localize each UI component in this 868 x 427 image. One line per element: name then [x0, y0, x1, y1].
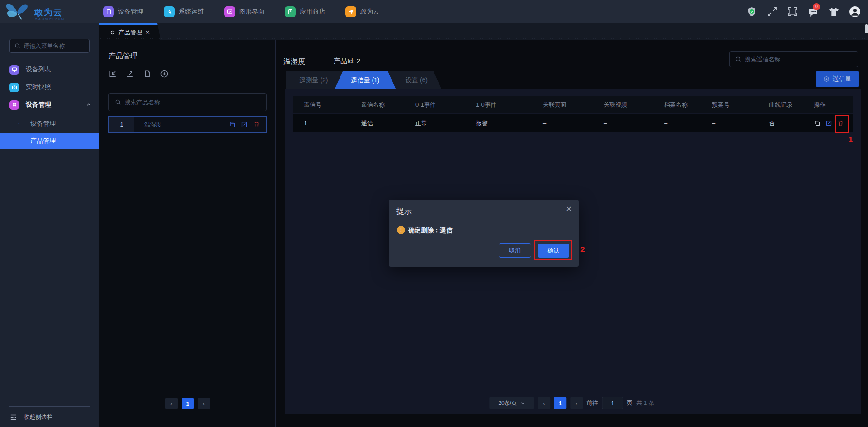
device-mgmt-icon	[103, 6, 114, 17]
product-list-item[interactable]: 1 温湿度	[108, 116, 267, 133]
nav-label: 图形界面	[239, 8, 264, 16]
prev-page-button[interactable]: ‹	[165, 398, 178, 409]
page-size-select[interactable]: 20条/页	[489, 397, 534, 409]
dialog-message: 确定删除：遥信	[408, 226, 453, 235]
nav-item-graphics[interactable]: 图形界面	[224, 0, 264, 23]
system-ops-icon	[164, 6, 175, 17]
sidebar-item-label: 设备管理	[26, 101, 51, 109]
logo-title: 敢为云	[34, 7, 63, 19]
tab-settings[interactable]: 设置 (6)	[392, 71, 441, 89]
menu-search-input[interactable]	[24, 42, 82, 49]
nav-item-ganweiyun[interactable]: 敢为云	[345, 0, 379, 23]
product-search-input[interactable]	[125, 99, 251, 106]
nav-item-device-mgmt[interactable]: 设备管理	[103, 0, 143, 23]
copy-document-icon[interactable]	[143, 70, 151, 78]
dialog-close-icon[interactable]: ✕	[566, 205, 572, 213]
table-pagination: 20条/页 ‹ 1 › 前往 页 共 1 条	[489, 397, 654, 409]
delete-product-icon[interactable]	[253, 121, 260, 128]
sidebar-item-device-list[interactable]: 设备列表	[0, 61, 99, 79]
warning-icon: !	[397, 226, 405, 234]
edit-product-icon[interactable]	[241, 121, 248, 128]
cell-event-10: 报警	[476, 119, 543, 127]
copy-row-icon[interactable]	[814, 120, 821, 127]
next-page-button[interactable]: ›	[570, 397, 583, 409]
add-signal-button[interactable]: 遥信量	[816, 71, 859, 87]
tab-label: 产品管理	[118, 28, 142, 37]
col-header: 预案号	[712, 101, 769, 109]
sidebar-subitem-product-mgmt[interactable]: · 产品管理	[0, 133, 99, 149]
sidebar-subitem-label: 产品管理	[30, 137, 56, 145]
export-icon[interactable]	[126, 70, 134, 78]
product-pagination: ‹ 1 ›	[99, 398, 276, 409]
logo-subtitle: GANWEIYUN	[35, 18, 65, 21]
sidebar-subitem-device-mgmt[interactable]: · 设备管理	[0, 116, 99, 131]
cell-linked-page: –	[543, 120, 604, 127]
add-product-icon[interactable]	[160, 70, 169, 78]
security-shield-icon[interactable]	[746, 6, 757, 17]
tab-product-management[interactable]: 产品管理 ✕	[99, 23, 160, 40]
search-icon	[735, 56, 741, 62]
signal-search-input[interactable]	[745, 56, 844, 63]
product-name-link[interactable]: 温湿度	[144, 121, 162, 129]
search-icon	[115, 99, 121, 105]
cell-curve-record: 否	[769, 119, 814, 127]
table-header-row: 遥信号 遥信名称 0-1事件 1-0事件 关联页面 关联视频 档案名称 预案号 …	[293, 96, 853, 113]
nav-item-app-store[interactable]: 应用商店	[285, 0, 325, 23]
avatar[interactable]	[849, 6, 861, 18]
col-header: 遥信名称	[361, 101, 415, 109]
confirm-delete-dialog: 提示 ✕ ! 确定删除：遥信 取消 确认	[389, 200, 579, 267]
theme-shirt-icon[interactable]	[828, 6, 840, 18]
divider	[9, 406, 90, 407]
sidebar-item-device-mgmt-group[interactable]: 设备管理	[0, 96, 99, 114]
top-right-icons: 0	[746, 0, 861, 23]
page-unit-label: 页	[627, 399, 632, 407]
tab-close-icon[interactable]: ✕	[145, 29, 150, 36]
product-toolbar	[108, 70, 169, 78]
collapse-label: 收起侧边栏	[24, 413, 53, 421]
col-header: 曲线记录	[769, 101, 814, 109]
menu-fold-icon	[9, 413, 17, 421]
nav-label: 应用商店	[300, 8, 325, 16]
page-size-value: 20条/页	[498, 399, 517, 407]
signal-search-box[interactable]	[729, 51, 858, 67]
prev-page-button[interactable]: ‹	[538, 397, 550, 409]
sidebar-item-snapshot[interactable]: 实时快照	[0, 78, 99, 96]
collapse-sidebar-button[interactable]: 收起侧边栏	[0, 410, 99, 424]
page-tabbar: 产品管理 ✕	[99, 23, 868, 40]
product-search-box[interactable]	[108, 93, 267, 111]
copy-product-icon[interactable]	[229, 121, 236, 128]
cell-plan-no: –	[712, 120, 769, 127]
edit-row-icon[interactable]	[826, 120, 832, 127]
delete-row-icon[interactable]	[837, 120, 844, 127]
fullscreen-icon[interactable]	[767, 6, 778, 17]
current-page-button[interactable]: 1	[554, 397, 566, 409]
ganweiyun-icon	[345, 6, 356, 17]
tab-signal[interactable]: 遥信量 (1)	[335, 71, 396, 89]
menu-search-box[interactable]	[9, 39, 90, 53]
import-icon[interactable]	[108, 70, 117, 78]
frame-capture-icon[interactable]	[787, 6, 798, 17]
sidebar-subitem-label: 设备管理	[30, 120, 56, 128]
cancel-button[interactable]: 取消	[499, 243, 531, 258]
chevron-up-icon	[86, 102, 91, 108]
messages-icon[interactable]: 0	[807, 6, 819, 18]
product-panel: 产品管理 1 温湿度	[99, 40, 276, 427]
top-navbar: 敢为云 GANWEIYUN 设备管理 系统运维 图形界面 应用商店	[0, 0, 868, 23]
sidebar-item-label: 设备列表	[26, 66, 51, 74]
app-store-icon	[285, 6, 296, 17]
clover-icon	[9, 100, 19, 110]
dialog-title: 提示	[396, 206, 412, 216]
panel-title: 产品管理	[108, 52, 137, 61]
cell-signal-no: 1	[304, 120, 361, 127]
current-page-button[interactable]: 1	[182, 398, 194, 409]
refresh-icon[interactable]	[110, 30, 115, 35]
bullet: ·	[18, 120, 20, 128]
data-type-tabs: 遥测量 (2) 设置 (6) 遥信量 (1)	[286, 71, 442, 89]
nav-item-system-ops[interactable]: 系统运维	[164, 0, 204, 23]
scrollbar-thumb[interactable]	[865, 24, 868, 33]
confirm-button[interactable]: 确认	[538, 244, 569, 258]
cell-archive-name: –	[664, 120, 712, 127]
next-page-button[interactable]: ›	[198, 398, 210, 409]
goto-page-input[interactable]	[602, 397, 623, 409]
tab-telemetry[interactable]: 遥测量 (2)	[286, 71, 342, 89]
